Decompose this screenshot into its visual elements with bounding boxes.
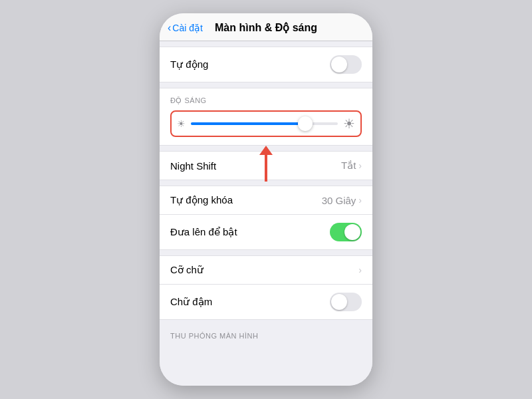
night-shift-cell[interactable]: Night Shift Tắt › [160,151,372,180]
auto-label: Tự động [170,59,208,70]
wallpaper-section-label: THU PHÓNG MÀN HÌNH [160,325,372,342]
raise-to-wake-toggle[interactable] [330,223,362,241]
raise-to-wake-toggle-thumb [344,224,360,240]
brightness-section: ĐỘ SÁNG ☀ ☀ [160,88,372,146]
auto-toggle-thumb [331,57,347,72]
auto-lock-spacer [160,180,372,186]
brightness-slider-fill [191,122,305,125]
raise-to-wake-cell[interactable]: Đưa lên để bật [160,215,372,250]
auto-lock-label: Tự động khóa [170,194,233,206]
text-size-cell[interactable]: Cỡ chữ › [160,255,372,285]
back-chevron-icon: ‹ [168,22,171,34]
bold-text-toggle[interactable] [330,293,362,311]
auto-lock-cell[interactable]: Tự động khóa 30 Giây › [160,186,372,215]
brightness-slider-container[interactable]: ☀ ☀ [170,110,362,137]
page-title: Màn hình & Độ sáng [215,21,317,34]
raise-to-wake-label: Đưa lên để bật [170,226,237,238]
text-size-spacer [160,250,372,255]
night-shift-value: Tắt › [341,160,362,172]
back-label: Cài đặt [172,23,203,33]
brightness-slider-thumb[interactable] [298,116,313,131]
bold-text-label: Chữ đậm [170,296,212,308]
text-size-label: Cỡ chữ [170,264,203,276]
sun-small-icon: ☀ [177,118,186,129]
auto-section: Tự động [160,47,372,82]
bottom-spacer [160,342,372,356]
brightness-label: ĐỘ SÁNG [170,96,362,105]
night-shift-spacer [160,146,372,151]
sun-large-icon: ☀ [343,116,355,132]
phone-screen: ‹ Cài đặt Màn hình & Độ sáng Tự động ĐỘ … [160,13,372,386]
bold-text-cell[interactable]: Chữ đậm [160,285,372,320]
brightness-spacer [160,82,372,88]
auto-lock-value: 30 Giây › [322,195,362,206]
bold-text-toggle-thumb [331,294,347,310]
auto-cell[interactable]: Tự động [160,47,372,82]
text-size-section: Cỡ chữ › Chữ đậm [160,255,372,320]
text-size-value: › [356,265,362,275]
settings-content: Tự động ĐỘ SÁNG ☀ ☀ [160,41,372,386]
brightness-slider-track[interactable] [191,122,338,125]
navigation-bar: ‹ Cài đặt Màn hình & Độ sáng [160,13,372,41]
auto-lock-chevron-icon: › [358,195,362,205]
auto-lock-section: Tự động khóa 30 Giây › Đưa lên để bật [160,186,372,250]
back-button[interactable]: ‹ Cài đặt [168,22,203,34]
auto-toggle[interactable] [330,55,362,74]
top-spacer [160,41,372,47]
wallpaper-spacer [160,320,372,325]
text-size-chevron-icon: › [358,265,362,275]
night-shift-chevron-icon: › [358,160,362,171]
night-shift-section: Night Shift Tắt › [160,151,372,180]
night-shift-label: Night Shift [170,160,216,172]
